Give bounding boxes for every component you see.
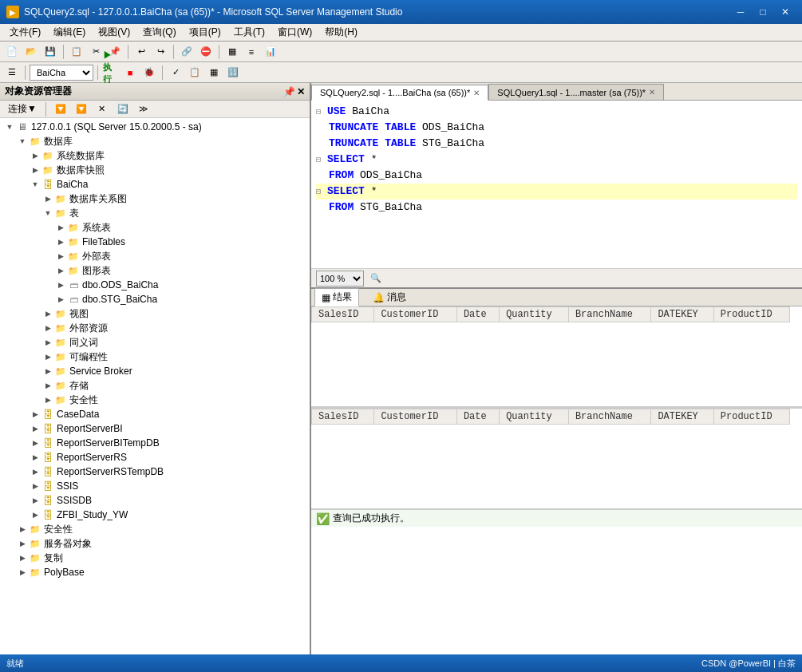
tree-item[interactable]: ▶📁安全性 [0,522,310,536]
tree-item[interactable]: ▶📁服务器对象 [0,536,310,551]
results-text-btn[interactable]: 🔢 [224,64,242,81]
oe-more-btn[interactable]: ≫ [135,101,152,118]
tab-sqlquery1[interactable]: SQLQuery1.sql - 1....master (sa (75))* ✕ [488,84,664,100]
tree-item[interactable]: ▶📁FileTables [0,235,310,249]
stop-btn[interactable]: ■ [121,64,139,81]
tree-item[interactable]: ▶📁存储 [0,378,310,393]
open-btn[interactable]: 📂 [22,43,40,61]
tree-expand-icon[interactable]: ▶ [54,250,67,263]
tree-item[interactable]: ▶📁系统表 [0,220,310,235]
parse-btn[interactable]: ✓ [167,64,184,81]
tree-expand-icon[interactable]: ▶ [41,350,54,363]
sql-code[interactable]: TRUNCATE TABLE STG_BaiCha [327,136,484,152]
undo-btn[interactable]: ↩ [132,43,150,61]
tree-item[interactable]: ▶🗃dbo.STG_BaiCha [0,292,310,306]
save-btn[interactable]: 💾 [41,43,59,61]
tree-item[interactable]: ▶📁Service Broker [0,364,310,378]
tree-expand-icon[interactable]: ▶ [54,279,67,291]
results-tab-grid[interactable]: ▦ 结果 [314,288,359,306]
tree-item[interactable]: ▼📁数据库 [0,134,310,148]
tree-expand-icon[interactable]: ▼ [3,121,16,133]
sql-code[interactable]: FROM STG_BaiCha [327,200,422,215]
tree-expand-icon[interactable]: ▶ [16,537,29,550]
tree-expand-icon[interactable]: ▶ [41,322,54,334]
tree-expand-icon[interactable]: ▶ [16,523,29,536]
tree-expand-icon[interactable]: ▶ [54,264,67,277]
tree-expand-icon[interactable]: ▶ [41,307,54,320]
menu-view[interactable]: 视图(V) [92,24,136,42]
oe-close-icon[interactable]: ✕ [297,86,305,97]
tree-expand-icon[interactable]: ▶ [29,465,41,478]
tree-item[interactable]: ▼🗄BaiCha [0,177,310,192]
results-tab-messages[interactable]: 🔔 消息 [365,288,413,306]
window-controls[interactable]: ─ □ ✕ [730,4,796,20]
tree-expand-icon[interactable]: ▶ [29,508,41,521]
tree-expand-icon[interactable]: ▶ [54,221,67,234]
tree-item[interactable]: ▶🗄SSIS [0,479,310,493]
database-selector[interactable]: BaiCha [30,65,93,81]
collapse-icon[interactable]: ⊟ [316,106,327,118]
tree-expand-icon[interactable]: ▶ [29,437,41,449]
tree-item[interactable]: ▶📁可编程性 [0,350,310,364]
menu-query[interactable]: 查询(Q) [136,24,182,42]
show-plan-btn[interactable]: 📋 [186,64,203,81]
oe-tree[interactable]: ▼🖥127.0.0.1 (SQL Server 15.0.2000.5 - sa… [0,118,310,654]
zoom-dropdown[interactable]: 100 % [316,271,364,287]
tree-item[interactable]: ▶📁PolyBase [0,565,310,579]
tree-expand-icon[interactable]: ▼ [41,207,54,219]
menu-tools[interactable]: 工具(T) [227,24,271,42]
tree-expand-icon[interactable]: ▶ [29,164,41,176]
tree-item[interactable]: ▶🗄ReportServerBI [0,421,310,436]
minimize-button[interactable]: ─ [730,4,751,20]
maximize-button[interactable]: □ [753,4,773,20]
tab-sqlquery2-close[interactable]: ✕ [473,89,480,97]
tree-item[interactable]: ▼🖥127.0.0.1 (SQL Server 15.0.2000.5 - sa… [0,120,310,134]
tree-item[interactable]: ▶📁系统数据库 [0,148,310,163]
tree-item[interactable]: ▶📁图形表 [0,263,310,278]
menu-file[interactable]: 文件(F) [3,24,47,42]
tab-sqlquery1-close[interactable]: ✕ [649,88,655,97]
collapse-icon[interactable]: ⊟ [316,186,327,198]
tree-expand-icon[interactable]: ▶ [29,480,41,492]
tree-item[interactable]: ▼📁表 [0,206,310,220]
debug-btn[interactable]: 🐞 [140,64,158,81]
sql-code[interactable]: USE BaiCha [327,104,389,120]
tree-item[interactable]: ▶🗄ReportServerRS [0,450,310,464]
menu-project[interactable]: 项目(P) [183,24,227,42]
new-query-btn[interactable]: 📄 [3,43,21,61]
tree-item[interactable]: ▶🗄ReportServerBITempDB [0,436,310,450]
file-btn[interactable]: 📊 [262,43,279,61]
tree-expand-icon[interactable]: ▶ [54,235,67,248]
tree-expand-icon[interactable]: ▶ [29,149,41,162]
oe-refresh-btn[interactable]: 🔄 [114,101,132,118]
tree-expand-icon[interactable]: ▶ [29,408,41,421]
tree-item[interactable]: ▶🗃dbo.ODS_BaiCha [0,278,310,292]
tree-expand-icon[interactable]: ▶ [41,336,54,349]
sql-code[interactable]: FROM ODS_BaiCha [327,168,422,184]
menu-window[interactable]: 窗口(W) [271,24,318,42]
grid-btn[interactable]: ▦ [223,43,241,61]
tree-item[interactable]: ▶🗄ZFBI_Study_YW [0,508,310,522]
tree-expand-icon[interactable]: ▶ [16,566,29,579]
tree-expand-icon[interactable]: ▶ [29,422,41,435]
oe-filter-btn[interactable]: 🔽 [52,101,69,118]
connect-dropdown[interactable]: 连接▼ [5,101,40,117]
sql-code[interactable]: TRUNCATE TABLE ODS_BaiCha [327,120,484,136]
tree-item[interactable]: ▶📁数据库关系图 [0,192,310,206]
execute-btn[interactable]: ▶ 执行(X) [102,64,120,81]
text-btn[interactable]: ≡ [243,43,260,61]
tree-expand-icon[interactable]: ▶ [41,192,54,205]
sql-editor[interactable]: ⊟USE BaiCha TRUNCATE TABLE ODS_BaiCha TR… [311,101,802,268]
tree-item[interactable]: ▶🗄CaseData [0,407,310,421]
menu-help[interactable]: 帮助(H) [318,24,364,42]
redo-btn[interactable]: ↪ [152,43,169,61]
menu-edit[interactable]: 编辑(E) [47,24,92,42]
oe-pin-icon[interactable]: 📌 [283,86,295,97]
tree-item[interactable]: ▶🗄ReportServerRSTempDB [0,464,310,479]
tree-item[interactable]: ▶📁视图 [0,306,310,321]
tree-expand-icon[interactable]: ▶ [29,451,41,464]
tree-expand-icon[interactable]: ▼ [29,178,41,191]
tree-expand-icon[interactable]: ▼ [16,135,29,148]
tree-expand-icon[interactable]: ▶ [41,379,54,392]
tree-item[interactable]: ▶🗄SSISDB [0,493,310,508]
